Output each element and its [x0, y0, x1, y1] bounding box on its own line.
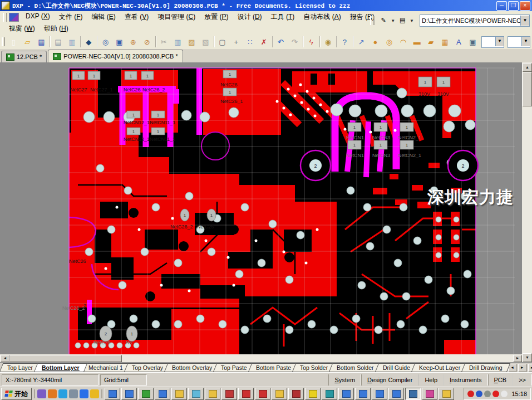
menu-设计[interactable]: 设计 (D): [233, 11, 267, 23]
menu-DXP[interactable]: DXP (X): [21, 11, 55, 23]
copy-icon[interactable]: ▥: [171, 35, 185, 48]
redo-icon[interactable]: ↷: [288, 35, 302, 48]
status-button-help[interactable]: Help: [418, 374, 444, 386]
status-button-instruments[interactable]: Instruments: [444, 374, 487, 386]
address-toolbar-grip[interactable]: [370, 16, 375, 25]
task-ie-3[interactable]: [155, 388, 170, 400]
task-folder-1[interactable]: [171, 388, 187, 400]
quick-winamp-icon[interactable]: [90, 389, 99, 398]
task-frontpage[interactable]: [138, 388, 154, 400]
task-ie-2[interactable]: [121, 388, 137, 400]
task-folder-open[interactable]: [205, 388, 220, 400]
scroll-left-icon[interactable]: ◄: [1, 355, 9, 362]
zoom-selection-icon[interactable]: ⊘: [140, 35, 154, 48]
tray-bulb-icon[interactable]: [501, 391, 508, 397]
status-button->>[interactable]: >>: [513, 374, 532, 386]
select-area-icon[interactable]: ▢: [215, 35, 229, 48]
layer-tab-bottom-solder[interactable]: Bottom Solder: [329, 363, 382, 372]
menu-查看[interactable]: 查看 (V): [120, 11, 153, 23]
layer-tab-mechanical-1[interactable]: Mechanical 1: [81, 363, 131, 372]
task-dxp[interactable]: [405, 388, 421, 400]
status-button-system[interactable]: System: [328, 374, 361, 386]
vertical-scrollbar[interactable]: ▲ ▼: [522, 62, 532, 362]
layer-tab-top-overlay[interactable]: Top Overlay: [124, 363, 170, 372]
place-fill-icon[interactable]: ▬: [410, 35, 424, 48]
menu-工具[interactable]: 工具 (T): [267, 11, 299, 23]
menu-自动布线[interactable]: 自动布线 (A): [299, 11, 345, 23]
paste-icon[interactable]: ▨: [185, 35, 199, 48]
layer-tab-drill-drawing[interactable]: Drill Drawing: [461, 363, 510, 372]
zoom-icon[interactable]: ◎: [98, 35, 112, 48]
layer-tab-bottom-overlay[interactable]: Bottom Overlay: [164, 363, 220, 372]
task-hardhat[interactable]: [305, 388, 321, 400]
task-ie-7[interactable]: [388, 388, 404, 400]
place-via-icon[interactable]: ◎: [382, 35, 396, 48]
menu-文件[interactable]: 文件 (F): [55, 11, 87, 23]
layout-tool-dropdown-icon[interactable]: ▼: [391, 18, 395, 23]
cut-icon[interactable]: ✂: [157, 35, 171, 48]
menu-视窗[interactable]: 视窗 (W): [4, 23, 40, 35]
quick-messenger-icon[interactable]: [58, 389, 67, 398]
place-pad-icon[interactable]: ●: [368, 35, 382, 48]
scroll-up-icon[interactable]: ▲: [523, 63, 532, 72]
task-colors[interactable]: [422, 388, 437, 400]
tray-network-icon[interactable]: [484, 391, 491, 397]
zoom-area-icon[interactable]: ▣: [112, 35, 126, 48]
quick-internet-explorer-icon[interactable]: [80, 389, 88, 398]
new-document-icon[interactable]: ▯: [7, 35, 21, 48]
print-tool-dropdown-icon[interactable]: ▼: [410, 18, 414, 23]
panel-options-icon[interactable]: ▸: [528, 364, 532, 372]
scroll-down-icon[interactable]: ▼: [523, 353, 532, 362]
undo-icon[interactable]: ↶: [274, 35, 288, 48]
task-ie-5[interactable]: [355, 388, 371, 400]
interactive-wiring-icon[interactable]: ϟ: [304, 35, 318, 48]
task-notebook[interactable]: [322, 388, 337, 400]
document-tab-2[interactable]: POWER-NEC-30A[V1.0] 20080308.PCB *: [48, 50, 183, 62]
task-ie-6[interactable]: [372, 388, 387, 400]
minimize-button[interactable]: ─: [496, 1, 507, 11]
task-editor[interactable]: [188, 388, 204, 400]
paste-special-icon[interactable]: ▧: [199, 35, 213, 48]
maximize-button[interactable]: ❐: [508, 1, 519, 11]
board-insight-icon[interactable]: ◉: [321, 35, 335, 48]
task-folder-2[interactable]: [272, 388, 287, 400]
vertical-scroll-thumb[interactable]: [523, 72, 532, 106]
tray-agent-icon[interactable]: [476, 391, 482, 397]
zoom-points-icon[interactable]: ⊕: [126, 35, 140, 48]
deselect-icon[interactable]: ∷: [243, 35, 257, 48]
quick-calculator-icon[interactable]: [69, 389, 78, 398]
move-icon[interactable]: +: [229, 35, 243, 48]
menu-放置[interactable]: 放置 (P): [200, 11, 233, 23]
task-archive-1[interactable]: [238, 388, 254, 400]
quick-movie-maker-icon[interactable]: [37, 389, 46, 398]
document-path-dropdown-icon[interactable]: ▼: [520, 16, 529, 26]
status-button-pcb[interactable]: PCB: [488, 374, 513, 386]
task-archive-2[interactable]: [255, 388, 270, 400]
toolbar-grip[interactable]: [2, 37, 5, 46]
layer-tab-bottom-layer[interactable]: Bottom Layer: [34, 363, 87, 372]
task-pen[interactable]: [221, 388, 237, 400]
title-bar[interactable]: DXP - D:\工作文件\NEC模块\POWER-NEC-30A[V1.0] …: [0, 0, 532, 11]
menu-帮助[interactable]: 帮助 (H): [40, 23, 73, 35]
layer-tab-bottom-paste[interactable]: Bottom Paste: [248, 363, 299, 372]
print-icon[interactable]: ▤: [51, 35, 65, 48]
menu-项目管理[interactable]: 项目管理 (C): [153, 11, 200, 23]
place-line-icon[interactable]: ↗: [354, 35, 368, 48]
layout-tool-icon[interactable]: ✎: [377, 15, 390, 26]
document-tab-1[interactable]: 12.PCB *: [1, 51, 47, 62]
place-string-icon[interactable]: A: [452, 35, 466, 48]
layer-tab-keep-out-layer[interactable]: Keep-Out Layer: [411, 363, 468, 372]
print-preview-icon[interactable]: ▥: [65, 35, 79, 48]
open-folder-icon[interactable]: ▱: [21, 35, 35, 48]
helper-icon[interactable]: ?: [338, 35, 352, 48]
menu-编辑[interactable]: 编辑 (E): [87, 11, 120, 23]
dxp-flag-icon[interactable]: [9, 13, 19, 22]
status-button-design-compiler[interactable]: Design Compiler: [361, 374, 418, 386]
task-books[interactable]: [288, 388, 304, 400]
task-ie-4[interactable]: [338, 388, 354, 400]
tray-bulb-red-icon[interactable]: [492, 391, 499, 397]
close-button[interactable]: ×: [520, 1, 530, 11]
quick-media-player-icon[interactable]: [48, 389, 57, 398]
menu-grip[interactable]: [3, 13, 7, 22]
task-folder-3[interactable]: [439, 388, 454, 400]
